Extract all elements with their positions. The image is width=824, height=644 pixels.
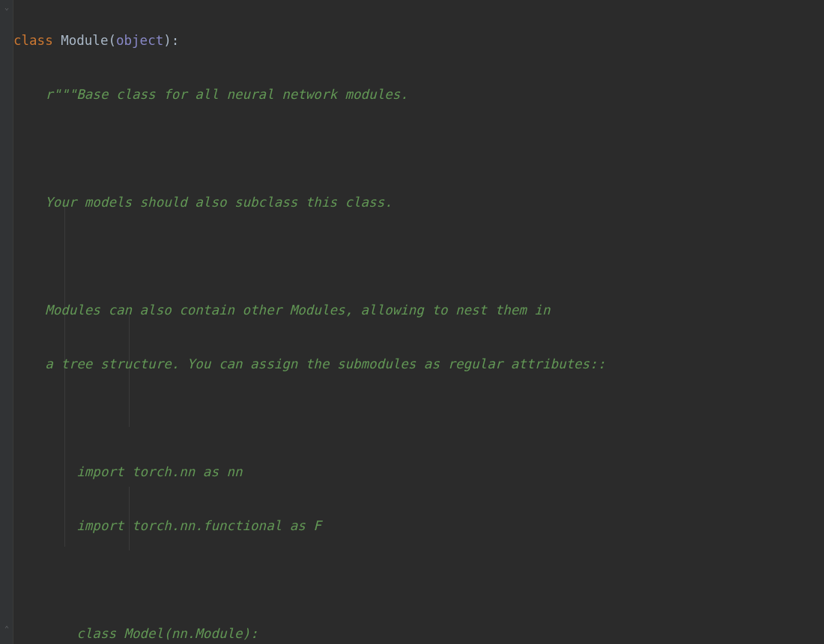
code-line-blank[interactable] [13, 135, 605, 162]
editor-gutter[interactable]: ⌄ ⌃ [0, 0, 13, 644]
code-line[interactable]: import torch.nn as nn [13, 458, 605, 485]
code-line[interactable]: Your models should also subclass this cl… [13, 189, 605, 216]
code-line-blank[interactable] [13, 404, 605, 431]
docstring-code: import torch.nn as nn [13, 464, 243, 479]
docstring-code: class Model(nn.Module): [13, 626, 258, 641]
builtin-object: object [116, 33, 163, 48]
class-name: Module [61, 33, 108, 48]
fold-marker-top-icon[interactable]: ⌄ [2, 3, 11, 12]
code-line[interactable]: class Model(nn.Module): [13, 620, 605, 644]
code-line[interactable]: import torch.nn.functional as F [13, 512, 605, 539]
docstring-text: Modules can also contain other Modules, … [13, 303, 550, 318]
docstring-text: Your models should also subclass this cl… [13, 195, 393, 210]
code-line[interactable]: r"""Base class for all neural network mo… [13, 81, 605, 108]
code-line[interactable]: a tree structure. You can assign the sub… [13, 350, 605, 377]
keyword-class: class [13, 33, 61, 48]
code-line[interactable]: Modules can also contain other Modules, … [13, 297, 605, 323]
code-line[interactable]: class Module(object): [13, 27, 605, 54]
triple-quote: """ [53, 87, 77, 102]
docstring-prefix: r [13, 87, 53, 102]
docstring-text: Base class for all neural network module… [76, 87, 408, 102]
docstring-text: a tree structure. You can assign the sub… [13, 356, 605, 371]
code-line-blank[interactable] [13, 566, 605, 593]
code-editor-content[interactable]: class Module(object): r"""Base class for… [13, 0, 605, 644]
fold-marker-bottom-icon[interactable]: ⌃ [2, 625, 11, 634]
punct: ( [108, 33, 116, 48]
code-line-blank[interactable] [13, 243, 605, 270]
punct: ): [163, 33, 179, 48]
docstring-code: import torch.nn.functional as F [13, 518, 321, 533]
